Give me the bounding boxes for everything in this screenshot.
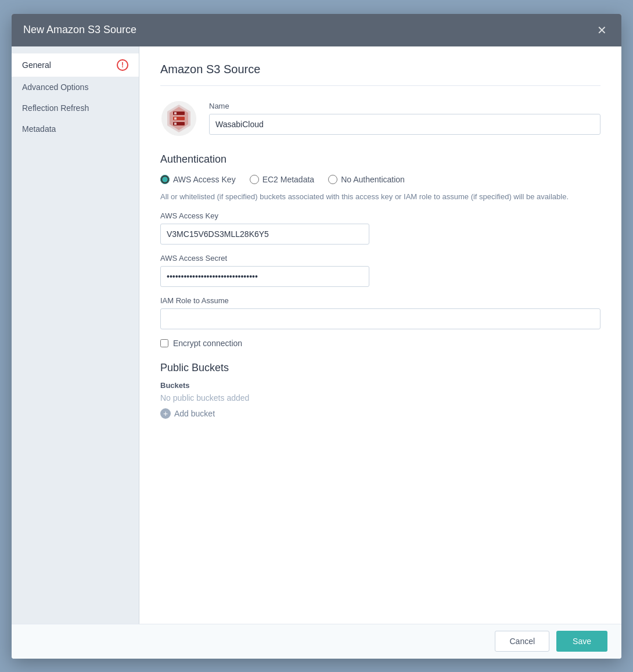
radio-label-aws: AWS Access Key	[173, 175, 236, 184]
warning-icon: !	[117, 59, 128, 71]
cancel-button[interactable]: Cancel	[495, 631, 549, 652]
svg-rect-7	[174, 117, 177, 120]
modal-title: New Amazon S3 Source	[23, 24, 136, 36]
sidebar-item-label-metadata: Metadata	[22, 124, 56, 134]
encrypt-checkbox[interactable]	[160, 339, 168, 347]
access-secret-group: AWS Access Secret	[160, 254, 600, 287]
public-buckets-title: Public Buckets	[160, 362, 600, 374]
sidebar-item-advanced-options[interactable]: Advanced Options	[12, 77, 139, 98]
radio-input-ec2[interactable]	[250, 175, 259, 184]
sidebar-item-metadata[interactable]: Metadata	[12, 118, 139, 139]
radio-ec2-metadata[interactable]: EC2 Metadata	[250, 175, 315, 184]
encrypt-row: Encrypt connection	[160, 339, 600, 348]
radio-label-noauth: No Authentication	[341, 175, 405, 184]
sidebar-item-label-advanced: Advanced Options	[22, 82, 88, 92]
encrypt-label[interactable]: Encrypt connection	[173, 339, 242, 348]
iam-role-label: IAM Role to Assume	[160, 296, 600, 305]
main-content: Amazon S3 Source	[139, 46, 621, 624]
radio-input-noauth[interactable]	[328, 175, 337, 184]
radio-no-auth[interactable]: No Authentication	[328, 175, 405, 184]
add-bucket-button[interactable]: + Add bucket	[160, 408, 215, 419]
sidebar-item-reflection-refresh[interactable]: Reflection Refresh	[12, 98, 139, 118]
access-key-label: AWS Access Key	[160, 211, 600, 220]
iam-role-group: IAM Role to Assume	[160, 296, 600, 329]
radio-input-aws[interactable]	[160, 175, 170, 184]
sidebar-item-label-general: General	[22, 60, 51, 70]
save-button[interactable]: Save	[556, 631, 607, 652]
auth-section-title: Authentication	[160, 153, 600, 166]
section-title: Amazon S3 Source	[160, 63, 600, 86]
radio-aws-access-key[interactable]: AWS Access Key	[160, 175, 236, 184]
name-row: Name	[160, 100, 600, 137]
svg-rect-8	[174, 123, 177, 125]
auth-note: All or whitelisted (if specified) bucket…	[160, 191, 600, 203]
s3-logo-icon	[160, 100, 197, 137]
svg-rect-6	[174, 112, 177, 114]
sidebar: General ! Advanced Options Reflection Re…	[12, 46, 139, 624]
access-secret-label: AWS Access Secret	[160, 254, 600, 263]
modal-header: New Amazon S3 Source ✕	[12, 14, 621, 46]
modal-footer: Cancel Save	[12, 624, 621, 659]
add-icon: +	[160, 408, 171, 419]
modal-dialog: New Amazon S3 Source ✕ General ! Advance…	[12, 14, 621, 659]
modal-body: General ! Advanced Options Reflection Re…	[12, 46, 621, 624]
name-label: Name	[209, 102, 600, 110]
buckets-label: Buckets	[160, 381, 600, 390]
access-key-input[interactable]	[160, 224, 369, 245]
close-button[interactable]: ✕	[594, 22, 610, 38]
no-buckets-text: No public buckets added	[160, 393, 600, 403]
sidebar-item-general[interactable]: General !	[12, 53, 139, 77]
radio-label-ec2: EC2 Metadata	[262, 175, 315, 184]
access-key-group: AWS Access Key	[160, 211, 600, 245]
auth-radio-group: AWS Access Key EC2 Metadata No Authentic…	[160, 175, 600, 184]
sidebar-item-label-reflection: Reflection Refresh	[22, 103, 89, 113]
name-input[interactable]	[209, 114, 600, 135]
iam-role-input[interactable]	[160, 308, 600, 329]
add-bucket-label: Add bucket	[174, 409, 215, 418]
name-field-group: Name	[209, 102, 600, 135]
access-secret-input[interactable]	[160, 266, 369, 287]
modal-overlay: New Amazon S3 Source ✕ General ! Advance…	[0, 0, 633, 672]
